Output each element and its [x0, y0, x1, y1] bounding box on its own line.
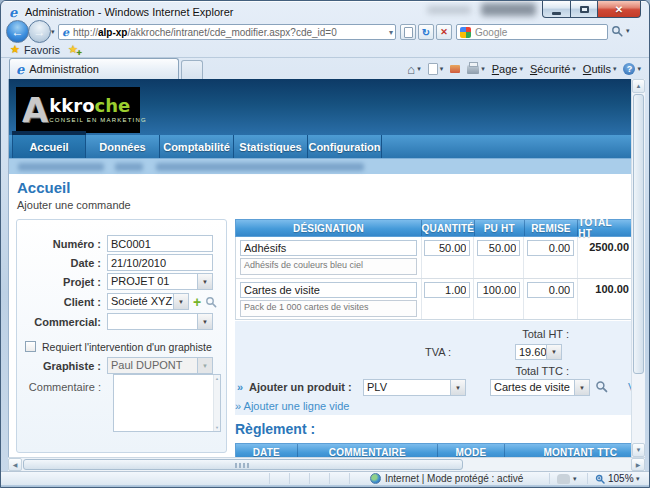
history-dropdown-icon[interactable]: ▾ [51, 28, 55, 36]
horizontal-scrollbar-thumb[interactable] [23, 459, 463, 470]
search-options-dropdown-icon[interactable]: ▾ [626, 27, 630, 35]
description-textarea[interactable]: Pack de 1 000 cartes de visites [240, 300, 417, 317]
zoom-dropdown-icon[interactable]: ▾ [636, 475, 640, 483]
col-date: DATE [236, 444, 298, 457]
menu-page[interactable]: Page▾ [490, 63, 525, 75]
google-logo-icon [460, 27, 471, 38]
tva-select[interactable]: 19.60▼ [515, 344, 562, 360]
page-zoom-tool-icon[interactable] [557, 474, 570, 484]
zoom-level[interactable]: 105% [608, 473, 634, 484]
scroll-down-icon[interactable]: ▼ [632, 443, 645, 457]
designation-input[interactable] [240, 282, 417, 298]
title-bar[interactable]: e Administration - Windows Internet Expl… [1, 1, 649, 23]
chevron-down-icon: ▼ [173, 294, 188, 309]
feeds-button[interactable]: ▾ [426, 63, 446, 75]
status-cell [269, 473, 289, 484]
tab-label: Administration [29, 63, 99, 75]
product-select[interactable]: Cartes de visite▼ [490, 379, 590, 396]
url-path: /akkroche/intranet/cde_modifier.aspx?cde… [127, 27, 336, 38]
subnav-redacted-link[interactable] [115, 163, 143, 171]
forward-button[interactable]: → [28, 20, 51, 43]
close-button[interactable]: ✕ [598, 1, 641, 18]
logo-initial: A [22, 96, 48, 125]
search-icon[interactable] [611, 25, 623, 37]
new-tab-button[interactable] [181, 60, 203, 79]
status-cell [329, 473, 349, 484]
graphiste-select: Paul DUPONT▼ [107, 357, 213, 374]
vertical-scrollbar[interactable]: ▲ ▼ [631, 79, 645, 457]
commentaire-textarea[interactable]: ▲▼ [113, 374, 221, 432]
quantite-input[interactable] [424, 282, 470, 298]
read-mail-button[interactable] [448, 65, 462, 73]
url-dropdown-icon[interactable]: ▾ [389, 28, 393, 37]
col-remise: REMISE [525, 220, 579, 236]
maximize-button[interactable] [571, 1, 598, 18]
home-button[interactable]: ⌂▾ [405, 63, 422, 76]
add-empty-line-link[interactable]: » Ajouter une ligne vide [235, 400, 349, 412]
print-button[interactable]: ▾ [465, 65, 487, 74]
nav-tab-statistiques[interactable]: Statistiques [234, 135, 308, 158]
scroll-right-icon[interactable]: ▶ [631, 458, 645, 471]
description-textarea[interactable]: Adhésifs de couleurs bleu ciel [240, 258, 417, 275]
vertical-scrollbar-thumb[interactable] [633, 94, 644, 374]
logo-mid: kkro [49, 95, 94, 116]
tva-label: TVA : [391, 346, 451, 358]
search-box[interactable] [456, 24, 608, 40]
refresh-button[interactable]: ↻ [418, 24, 434, 40]
remise-input[interactable] [527, 240, 574, 256]
numero-input[interactable] [107, 235, 213, 252]
tab-administration[interactable]: e Administration [9, 58, 179, 79]
status-cell [289, 473, 309, 484]
search-product-icon[interactable] [595, 380, 608, 393]
menu-tools[interactable]: Outils▾ [581, 63, 619, 75]
nav-tab-accueil[interactable]: Accueil [12, 135, 86, 158]
url-field[interactable]: e http://alp-xp/akkroche/intranet/cde_mo… [58, 24, 396, 40]
compatibility-page-icon [404, 27, 413, 38]
textarea-scrollbar[interactable]: ▲▼ [213, 375, 220, 431]
add-product-row: » Ajouter un produit : PLV▼ Cartes de vi… [235, 379, 645, 396]
subnav-redacted-link[interactable] [156, 163, 364, 171]
compatibility-view-button[interactable] [400, 24, 416, 40]
akkroche-page: A kkroche CONSEIL EN MARKETING Accueil D… [9, 79, 645, 457]
nav-tab-donnees[interactable]: Données [86, 135, 160, 158]
products-table-header: DÉSIGNATION QUANTITÉ PU HT REMISE TOTAL … [235, 219, 645, 237]
favorites-button[interactable]: ★ Favoris [5, 42, 65, 57]
graphiste-checkbox[interactable] [25, 341, 36, 352]
projet-select[interactable]: PROJET 01▼ [107, 273, 213, 290]
back-button[interactable]: ← [6, 20, 29, 43]
products-table: DÉSIGNATION QUANTITÉ PU HT REMISE TOTAL … [235, 219, 645, 320]
date-input[interactable] [107, 254, 213, 271]
pu-ht-input[interactable] [477, 240, 520, 256]
add-favorite-button[interactable]: ★ [63, 42, 83, 57]
help-button[interactable]: ?▾ [621, 63, 643, 75]
scroll-up-icon[interactable]: ▲ [632, 79, 645, 93]
address-bar: ← → ▾ e http://alp-xp/akkroche/intranet/… [1, 23, 649, 41]
add-client-icon[interactable]: + [193, 295, 201, 309]
designation-input[interactable] [240, 240, 417, 256]
chevron-down-icon[interactable]: ▾ [573, 475, 577, 483]
quantite-input[interactable] [424, 240, 470, 256]
total-ht-value: 100.00 [595, 283, 629, 295]
menu-security[interactable]: Sécurité▾ [528, 63, 578, 75]
pu-ht-input[interactable] [477, 282, 520, 298]
nav-tab-configuration[interactable]: Configuration [308, 135, 382, 158]
stop-button[interactable]: ✕ [436, 24, 452, 40]
zoom-icon[interactable] [595, 474, 605, 484]
remise-input[interactable] [527, 282, 574, 298]
nav-tab-comptabilite[interactable]: Comptabilité [160, 135, 234, 158]
client-select[interactable]: Societé XYZ▼ [107, 293, 189, 310]
scroll-left-icon[interactable]: ◀ [8, 458, 22, 471]
subnav-redacted-link[interactable] [18, 163, 104, 171]
category-select[interactable]: PLV▼ [363, 379, 466, 396]
search-input[interactable] [475, 27, 604, 38]
search-client-icon[interactable] [205, 296, 217, 308]
minimize-button[interactable] [542, 1, 571, 18]
chevron-down-icon: ▼ [450, 380, 465, 395]
col-quantite: QUANTITÉ [422, 220, 475, 236]
commercial-select[interactable]: ▼ [107, 313, 213, 330]
product-row: Pack de 1 000 cartes de visites 100.00 [236, 278, 645, 319]
total-ht-value: 2500.00 [589, 241, 629, 253]
status-cell [349, 473, 369, 484]
horizontal-scrollbar[interactable]: ◀ ▶ [8, 457, 645, 471]
tab-strip: e Administration ⌂▾ ▾ ▾ Page▾ Sécurité▾ … [1, 58, 649, 79]
